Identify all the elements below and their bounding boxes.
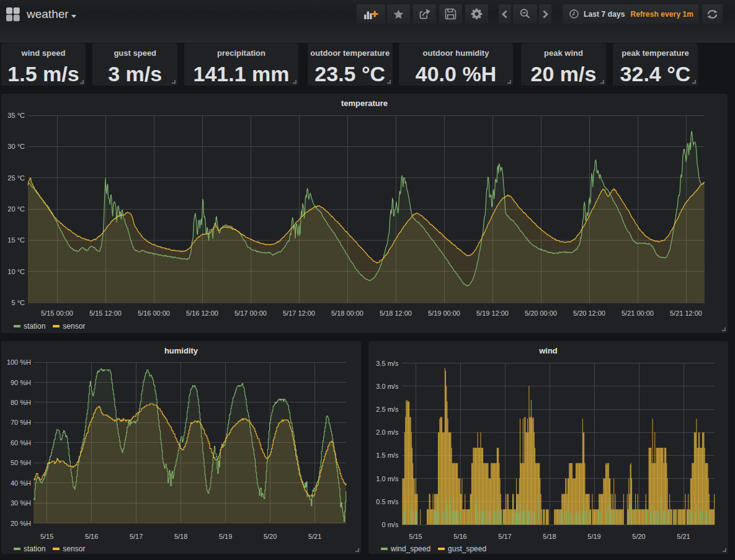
- svg-text:5 °C: 5 °C: [11, 299, 25, 306]
- svg-text:5/19: 5/19: [587, 533, 600, 540]
- svg-text:2.0 m/s: 2.0 m/s: [376, 429, 399, 436]
- svg-text:5/16 00:00: 5/16 00:00: [138, 309, 170, 317]
- svg-text:5/16: 5/16: [453, 533, 466, 540]
- svg-text:0 m/s: 0 m/s: [381, 521, 398, 528]
- svg-text:20 %H: 20 %H: [11, 520, 31, 527]
- svg-text:5/21 12:00: 5/21 12:00: [670, 309, 702, 317]
- svg-text:5/15: 5/15: [409, 533, 422, 540]
- svg-text:5/19: 5/19: [219, 533, 232, 540]
- svg-text:90 %H: 90 %H: [11, 379, 31, 386]
- svg-text:5/17 12:00: 5/17 12:00: [283, 309, 315, 317]
- svg-text:25 °C: 25 °C: [7, 174, 25, 182]
- svg-text:35 °C: 35 °C: [7, 112, 25, 119]
- svg-text:5/20 00:00: 5/20 00:00: [525, 309, 557, 317]
- svg-text:50 %H: 50 %H: [11, 459, 31, 466]
- svg-text:1.5 m/s: 1.5 m/s: [376, 451, 399, 459]
- svg-text:5/21: 5/21: [308, 533, 321, 540]
- svg-text:15 °C: 15 °C: [7, 236, 25, 244]
- svg-text:40 %H: 40 %H: [11, 479, 31, 487]
- svg-text:5/18: 5/18: [543, 533, 556, 540]
- svg-text:5/16 12:00: 5/16 12:00: [186, 309, 218, 317]
- svg-text:5/17: 5/17: [498, 533, 511, 540]
- svg-text:5/18 12:00: 5/18 12:00: [380, 309, 412, 317]
- svg-text:5/20 12:00: 5/20 12:00: [573, 309, 605, 317]
- svg-text:1.0 m/s: 1.0 m/s: [376, 475, 399, 482]
- svg-text:5/19 00:00: 5/19 00:00: [428, 309, 460, 317]
- svg-text:5/18: 5/18: [174, 533, 187, 540]
- svg-text:5/20: 5/20: [264, 533, 277, 540]
- svg-text:30 %H: 30 %H: [11, 499, 31, 507]
- svg-text:5/18 00:00: 5/18 00:00: [331, 309, 363, 317]
- svg-text:5/16: 5/16: [85, 533, 98, 540]
- svg-text:5/15 12:00: 5/15 12:00: [89, 309, 122, 317]
- svg-text:10 °C: 10 °C: [7, 268, 25, 275]
- svg-text:100 %H: 100 %H: [7, 358, 31, 366]
- svg-text:5/17 00:00: 5/17 00:00: [234, 309, 267, 317]
- svg-text:3.5 m/s: 3.5 m/s: [376, 360, 399, 367]
- svg-text:5/17: 5/17: [130, 533, 143, 540]
- svg-text:70 %H: 70 %H: [11, 419, 31, 426]
- svg-text:30 °C: 30 °C: [7, 143, 25, 150]
- svg-text:3.0 m/s: 3.0 m/s: [376, 383, 399, 390]
- svg-text:80 %H: 80 %H: [11, 399, 31, 406]
- svg-text:5/19 12:00: 5/19 12:00: [476, 309, 509, 317]
- svg-text:5/21 00:00: 5/21 00:00: [621, 309, 654, 317]
- svg-text:60 %H: 60 %H: [11, 439, 31, 447]
- svg-text:5/21: 5/21: [677, 533, 690, 540]
- svg-text:5/15: 5/15: [40, 533, 53, 540]
- svg-text:20 °C: 20 °C: [7, 205, 25, 213]
- svg-text:5/20: 5/20: [632, 533, 645, 540]
- svg-text:5/15 00:00: 5/15 00:00: [41, 309, 73, 317]
- svg-text:0.5 m/s: 0.5 m/s: [376, 498, 399, 505]
- svg-text:2.5 m/s: 2.5 m/s: [376, 406, 399, 413]
